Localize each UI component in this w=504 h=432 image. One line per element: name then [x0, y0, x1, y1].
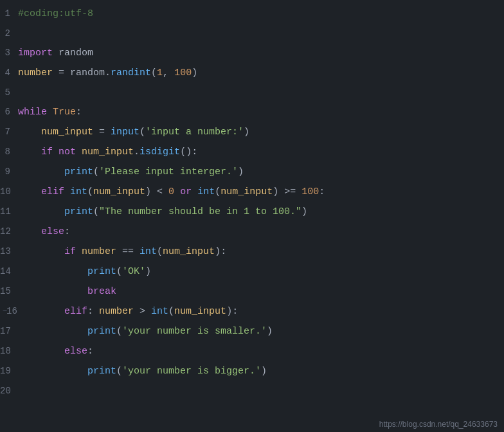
code-line: 5 [0, 83, 504, 102]
footer-link: https://blog.csdn.net/qq_24633673 [379, 420, 498, 429]
line-content: if not num_input.isdigit(): [18, 143, 197, 162]
code-line: 19 print('your number is bigger.') [0, 361, 504, 381]
line-number: 13 [0, 242, 18, 261]
line-content: else: [18, 222, 70, 242]
line-number: 4 [0, 63, 18, 82]
line-number: 17 [0, 321, 18, 341]
code-line: 4number = random.randint(1, 100) [0, 63, 504, 83]
code-line: 13 if number == int(num_input): [0, 242, 504, 262]
code-line: 20 [0, 381, 504, 401]
code-line: 14 print('OK') [0, 262, 504, 282]
line-content: if number == int(num_input): [18, 242, 226, 262]
line-number: 3 [0, 43, 18, 62]
line-number: 20 [0, 381, 18, 401]
line-content: while True: [18, 103, 82, 122]
code-editor: 1#coding:utf-823import random4number = r… [0, 0, 504, 417]
line-content: print("The number should be in 1 to 100.… [18, 203, 307, 222]
line-number: 10 [0, 182, 18, 201]
line-number: 11 [0, 202, 18, 221]
code-line: 8 if not num_input.isdigit(): [0, 142, 504, 162]
line-number: 5 [0, 83, 18, 102]
line-number: 2 [0, 24, 18, 43]
line-content: import random [18, 44, 93, 63]
code-line: ~16 elif: number > int(num_input): [0, 302, 504, 321]
code-line: 11 print("The number should be in 1 to 1… [0, 202, 504, 222]
code-line: 1#coding:utf-8 [0, 4, 504, 24]
line-content: num_input = input('input a number:') [18, 123, 249, 142]
line-number: 8 [0, 142, 18, 161]
line-number: 7 [0, 122, 18, 141]
line-number: 1 [0, 4, 18, 23]
code-line: 15 break [0, 282, 504, 302]
line-number: 9 [0, 162, 18, 181]
line-number: 16 [0, 302, 18, 321]
line-number: 12 [0, 222, 18, 241]
line-content: elif int(num_input) < 0 or int(num_input… [18, 183, 325, 202]
line-content: print('Please input interger.') [18, 163, 244, 182]
line-content: print('your number is bigger.') [18, 362, 267, 381]
code-line: 18 else: [0, 341, 504, 361]
line-number: 19 [0, 361, 18, 381]
line-content: elif: number > int(num_input): [18, 302, 238, 321]
footer: https://blog.csdn.net/qq_24633673 [0, 417, 504, 432]
line-content: else: [18, 342, 93, 361]
line-content: break [18, 282, 116, 302]
line-content: print('your number is smaller.') [18, 322, 273, 341]
code-line: 10 elif int(num_input) < 0 or int(num_in… [0, 182, 504, 202]
code-line: 7 num_input = input('input a number:') [0, 122, 504, 142]
line-number: 14 [0, 262, 18, 281]
code-line: 9 print('Please input interger.') [0, 162, 504, 182]
line-content: #coding:utf-8 [18, 4, 93, 24]
code-line: 2 [0, 24, 504, 43]
line-content: print('OK') [18, 262, 151, 282]
line-number: 6 [0, 102, 18, 122]
code-line: 3import random [0, 43, 504, 63]
line-number: 18 [0, 341, 18, 361]
code-line: 17 print('your number is smaller.') [0, 321, 504, 341]
code-line: 6while True: [0, 102, 504, 122]
line-number: 15 [0, 282, 18, 301]
line-content: number = random.randint(1, 100) [18, 64, 197, 83]
code-line: 12 else: [0, 222, 504, 242]
